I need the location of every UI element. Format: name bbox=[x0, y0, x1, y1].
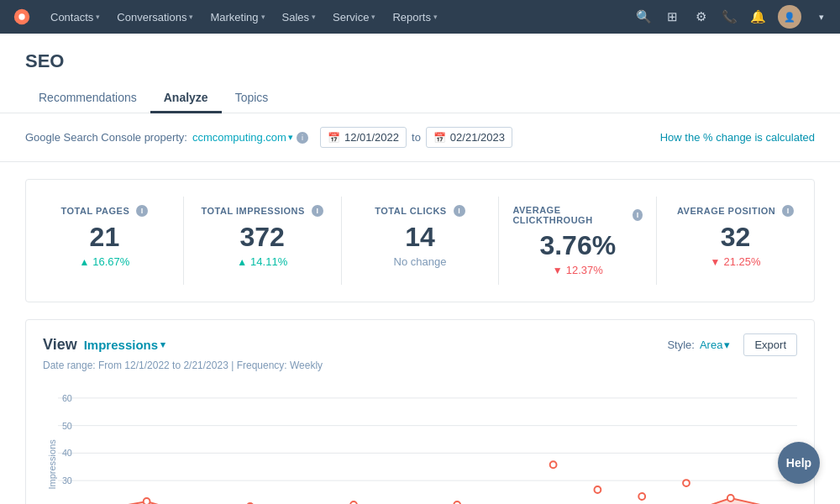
svg-point-12 bbox=[144, 498, 150, 504]
svg-point-20 bbox=[550, 461, 557, 468]
stat-avg-position-change: ▼ 21.25% bbox=[711, 255, 761, 268]
chart-header: View Impressions ▾ Style: Area ▾ Export bbox=[43, 333, 797, 356]
date-from-input[interactable]: 📅 12/01/2022 bbox=[320, 127, 407, 148]
stat-avg-position: AVERAGE POSITION i 32 ▼ 21.25% bbox=[657, 197, 814, 285]
chart-view-label: View bbox=[43, 336, 77, 354]
stat-total-pages: TOTAL PAGES i 21 ▲ 16.67% bbox=[26, 197, 184, 285]
nav-conversations-chevron: ▾ bbox=[189, 13, 193, 21]
controls-row: Google Search Console property: ccmcompu… bbox=[0, 113, 840, 162]
apps-icon[interactable]: ⊞ bbox=[664, 8, 680, 25]
tab-topics[interactable]: Topics bbox=[222, 84, 282, 113]
stat-total-impressions-label: TOTAL IMPRESSIONS i bbox=[201, 205, 323, 217]
nav-conversations[interactable]: Conversations ▾ bbox=[110, 8, 200, 27]
date-to-value: 02/21/2023 bbox=[450, 131, 505, 144]
stat-total-clicks-change: No change bbox=[394, 255, 447, 268]
chart-right: 60 50 40 30 bbox=[58, 381, 797, 504]
chart-header-left: View Impressions ▾ bbox=[43, 336, 165, 354]
svg-point-23 bbox=[683, 480, 690, 486]
svg-text:60: 60 bbox=[62, 393, 72, 403]
stat-total-impressions: TOTAL IMPRESSIONS i 372 ▲ 14.11% bbox=[184, 197, 342, 285]
stat-total-impressions-change: ▲ 14.11% bbox=[237, 255, 287, 268]
chart-y-label: Impressions bbox=[43, 381, 58, 504]
phone-icon[interactable]: 📞 bbox=[721, 8, 738, 25]
svg-text:40: 40 bbox=[62, 448, 72, 458]
style-selector: Style: Area ▾ bbox=[667, 339, 730, 351]
style-value-selector[interactable]: Area ▾ bbox=[700, 339, 730, 351]
arrow-down-icon-2: ▼ bbox=[711, 256, 721, 268]
nav-contacts-chevron: ▾ bbox=[96, 13, 100, 21]
chart-metric-selector[interactable]: Impressions ▾ bbox=[84, 338, 165, 352]
search-icon[interactable]: 🔍 bbox=[635, 8, 652, 25]
date-range: 📅 12/01/2022 to 📅 02/21/2023 bbox=[320, 127, 512, 148]
nav-reports-chevron: ▾ bbox=[433, 13, 438, 21]
help-button[interactable]: Help bbox=[778, 442, 820, 484]
main-content: SEO Recommendations Analyze Topics Googl… bbox=[0, 34, 840, 504]
stat-total-pages-value: 21 bbox=[90, 223, 120, 250]
chart-svg: 60 50 40 30 bbox=[58, 381, 797, 504]
date-from-value: 12/01/2022 bbox=[344, 131, 399, 144]
account-chevron[interactable]: ▾ bbox=[813, 8, 830, 25]
stat-total-impressions-info[interactable]: i bbox=[312, 205, 323, 217]
nav-sales[interactable]: Sales ▾ bbox=[276, 8, 323, 27]
stat-total-clicks-label: TOTAL CLICKS i bbox=[375, 205, 465, 217]
page-title: SEO bbox=[25, 50, 815, 72]
gsc-dropdown-arrow[interactable]: ▾ bbox=[288, 132, 293, 143]
style-label: Style: bbox=[667, 339, 695, 351]
page-header: SEO Recommendations Analyze Topics bbox=[0, 34, 840, 113]
chart-card: View Impressions ▾ Style: Area ▾ Export … bbox=[25, 319, 815, 504]
svg-text:30: 30 bbox=[62, 475, 72, 486]
stat-avg-clickthrough-info[interactable]: i bbox=[633, 209, 643, 221]
svg-point-21 bbox=[594, 486, 601, 493]
calendar-to-icon: 📅 bbox=[433, 132, 446, 144]
nav-marketing[interactable]: Marketing ▾ bbox=[203, 8, 271, 27]
avatar[interactable]: 👤 bbox=[778, 5, 801, 29]
tab-recommendations[interactable]: Recommendations bbox=[25, 84, 150, 113]
stat-avg-clickthrough-value: 3.76% bbox=[539, 232, 616, 259]
nav-marketing-chevron: ▾ bbox=[261, 13, 265, 21]
gsc-property-link[interactable]: ccmcomputing.com bbox=[192, 131, 286, 144]
svg-text:50: 50 bbox=[62, 421, 72, 431]
stat-total-clicks-value: 14 bbox=[405, 223, 435, 250]
stat-total-pages-info[interactable]: i bbox=[136, 205, 148, 217]
arrow-down-icon: ▼ bbox=[553, 265, 563, 276]
nav-service[interactable]: Service ▾ bbox=[326, 8, 382, 27]
metric-chevron: ▾ bbox=[160, 339, 165, 350]
nav-reports[interactable]: Reports ▾ bbox=[386, 8, 444, 27]
gsc-label: Google Search Console property: bbox=[25, 131, 187, 144]
calendar-from-icon: 📅 bbox=[328, 132, 340, 144]
arrow-up-icon: ▲ bbox=[79, 256, 89, 268]
date-separator: to bbox=[412, 131, 421, 144]
avatar-initials: 👤 bbox=[784, 12, 795, 23]
nav-service-chevron: ▾ bbox=[371, 13, 375, 21]
hubspot-logo[interactable] bbox=[10, 5, 34, 29]
stat-avg-position-value: 32 bbox=[721, 223, 751, 250]
pct-change-link[interactable]: How the % change is calculated bbox=[660, 131, 815, 144]
topnav-icons: 🔍 ⊞ ⚙ 📞 🔔 👤 ▾ bbox=[635, 5, 830, 29]
stat-total-impressions-value: 372 bbox=[240, 223, 285, 250]
svg-point-1 bbox=[18, 13, 24, 19]
chart-wrapper: Impressions 60 50 40 30 bbox=[43, 381, 797, 504]
nav-contacts[interactable]: Contacts ▾ bbox=[44, 8, 107, 27]
gsc-info-icon[interactable]: i bbox=[297, 132, 308, 144]
tab-analyze[interactable]: Analyze bbox=[150, 84, 222, 113]
stat-avg-position-info[interactable]: i bbox=[782, 205, 794, 217]
date-to-input[interactable]: 📅 02/21/2023 bbox=[426, 127, 512, 148]
svg-point-22 bbox=[638, 493, 645, 500]
bell-icon[interactable]: 🔔 bbox=[749, 8, 766, 25]
svg-point-24 bbox=[727, 495, 734, 501]
tabs: Recommendations Analyze Topics bbox=[25, 84, 815, 113]
chart-subtext: Date range: From 12/1/2022 to 2/21/2023 … bbox=[43, 360, 797, 371]
arrow-up-icon-2: ▲ bbox=[237, 256, 247, 268]
stat-total-pages-label: TOTAL PAGES i bbox=[61, 205, 149, 217]
stat-total-clicks: TOTAL CLICKS i 14 No change bbox=[342, 197, 500, 285]
stat-avg-clickthrough: AVERAGE CLICKTHROUGH i 3.76% ▼ 12.37% bbox=[499, 197, 657, 285]
nav-sales-chevron: ▾ bbox=[312, 13, 316, 21]
stat-avg-clickthrough-label: AVERAGE CLICKTHROUGH i bbox=[512, 205, 643, 225]
stat-total-clicks-info[interactable]: i bbox=[454, 205, 465, 217]
export-button[interactable]: Export bbox=[743, 333, 797, 356]
stat-avg-clickthrough-change: ▼ 12.37% bbox=[553, 264, 603, 276]
stats-card: TOTAL PAGES i 21 ▲ 16.67% TOTAL IMPRESSI… bbox=[25, 179, 815, 302]
settings-icon[interactable]: ⚙ bbox=[692, 8, 709, 25]
stat-avg-position-label: AVERAGE POSITION i bbox=[677, 205, 794, 217]
top-navigation: Contacts ▾ Conversations ▾ Marketing ▾ S… bbox=[0, 0, 840, 34]
